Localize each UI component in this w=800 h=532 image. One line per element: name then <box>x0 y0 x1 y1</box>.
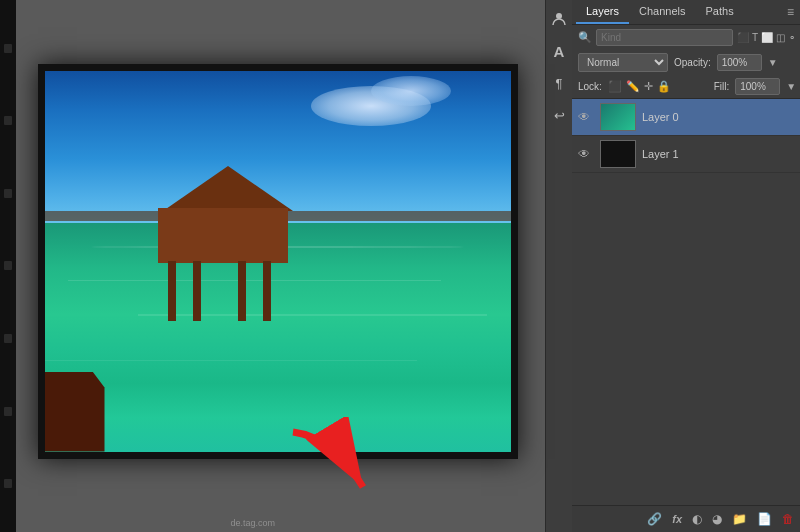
film-hole <box>4 334 12 343</box>
water-ripple <box>45 360 418 361</box>
vertical-toolbar: A ¶ ↩ <box>545 0 572 532</box>
lock-label: Lock: <box>578 81 602 92</box>
hut-roof <box>163 166 293 211</box>
layers-list: 👁 Layer 0 👁 Layer 1 <box>572 99 800 505</box>
lock-all-icon[interactable]: 🔒 <box>657 80 671 93</box>
lock-icons: ⬛ ✏️ ✛ 🔒 <box>608 80 671 93</box>
film-hole <box>4 479 12 488</box>
fx-icon[interactable]: fx <box>672 513 682 525</box>
tab-channels[interactable]: Channels <box>629 0 695 24</box>
type-tool[interactable]: A <box>546 38 572 64</box>
opacity-input[interactable] <box>717 54 762 71</box>
panel-tabs: Layers Channels Paths ≡ <box>572 0 800 25</box>
layer-thumb-image <box>601 104 635 130</box>
hut-pillar <box>263 261 271 321</box>
add-mask-icon[interactable]: ◐ <box>692 512 702 526</box>
search-row: 🔍 ⬛ T ⬜ ◫ ⚬ <box>572 25 800 50</box>
layer-item-layer1[interactable]: 👁 Layer 1 <box>572 136 800 173</box>
layer-name-layer0: Layer 0 <box>642 111 679 123</box>
filter-icon-1[interactable]: ⬛ <box>737 32 749 43</box>
hut-body <box>158 208 288 263</box>
tab-paths[interactable]: Paths <box>696 0 744 24</box>
blend-mode-select[interactable]: Normal <box>578 53 668 72</box>
hut-structure <box>138 166 318 286</box>
opacity-label: Opacity: <box>674 57 711 68</box>
cloud <box>371 76 451 106</box>
hut-pillar <box>193 261 201 321</box>
film-hole <box>4 44 12 53</box>
app-root: de.tag.com A ¶ ↩ Layers Channels Paths ≡ <box>0 0 800 532</box>
filter-active-toggle[interactable]: ⚬ <box>788 32 796 43</box>
adjustment-layer-icon[interactable]: ◕ <box>712 512 722 526</box>
search-icon: 🔍 <box>578 31 592 44</box>
new-layer-icon[interactable]: 📄 <box>757 512 772 526</box>
red-arrow <box>273 417 383 507</box>
canvas-border <box>38 64 518 459</box>
layer-name-layer1: Layer 1 <box>642 148 679 160</box>
character-tool[interactable] <box>546 6 572 32</box>
fill-label: Fill: <box>714 81 730 92</box>
filter-icon-2[interactable]: T <box>752 32 758 43</box>
layer-visibility-layer1[interactable]: 👁 <box>578 147 594 161</box>
image-frame <box>38 64 518 459</box>
film-hole <box>4 261 12 270</box>
link-layers-icon[interactable]: 🔗 <box>647 512 662 526</box>
layer-thumbnail-layer0 <box>600 103 636 131</box>
tab-layers[interactable]: Layers <box>576 0 629 24</box>
layer-thumb-black <box>601 141 635 167</box>
svg-point-1 <box>556 13 562 19</box>
hut-pillar <box>238 261 246 321</box>
lock-position-icon[interactable]: ✛ <box>644 80 653 93</box>
layer-item-layer0[interactable]: 👁 Layer 0 <box>572 99 800 136</box>
canvas-area: de.tag.com <box>0 0 545 532</box>
delete-layer-icon[interactable]: 🗑 <box>782 512 794 526</box>
paragraph-tool[interactable]: ¶ <box>546 70 572 96</box>
layer-thumbnail-layer1 <box>600 140 636 168</box>
history-brush-tool[interactable]: ↩ <box>546 102 572 128</box>
filter-icon-4[interactable]: ◫ <box>776 32 785 43</box>
lock-row: Lock: ⬛ ✏️ ✛ 🔒 Fill: ▼ <box>572 75 800 99</box>
layers-bottom-toolbar: 🔗 fx ◐ ◕ 📁 📄 🗑 <box>572 505 800 532</box>
watermark: de.tag.com <box>230 518 275 528</box>
lock-transparent-icon[interactable]: ⬛ <box>608 80 622 93</box>
layer-search-input[interactable] <box>596 29 733 46</box>
blend-mode-row: Normal Opacity: ▼ <box>572 50 800 75</box>
hut-pillar <box>168 261 176 321</box>
film-strip <box>0 0 16 532</box>
wood-element <box>45 372 105 452</box>
film-hole <box>4 407 12 416</box>
fill-input[interactable] <box>735 78 780 95</box>
filter-icon-3[interactable]: ⬜ <box>761 32 773 43</box>
film-hole <box>4 189 12 198</box>
panel-menu-icon[interactable]: ≡ <box>783 1 798 23</box>
right-side-panel: A ¶ ↩ Layers Channels Paths ≡ 🔍 ⬛ T ⬜ <box>545 0 800 532</box>
opacity-chevron[interactable]: ▼ <box>768 57 778 68</box>
layer-visibility-layer0[interactable]: 👁 <box>578 110 594 124</box>
layers-panel: Layers Channels Paths ≡ 🔍 ⬛ T ⬜ ◫ ⚬ <box>572 0 800 532</box>
lock-pixels-icon[interactable]: ✏️ <box>626 80 640 93</box>
film-hole <box>4 116 12 125</box>
search-filter-icons: ⬛ T ⬜ ◫ ⚬ <box>737 32 796 43</box>
water-ripple <box>138 314 488 316</box>
new-group-icon[interactable]: 📁 <box>732 512 747 526</box>
fill-chevron[interactable]: ▼ <box>786 81 796 92</box>
